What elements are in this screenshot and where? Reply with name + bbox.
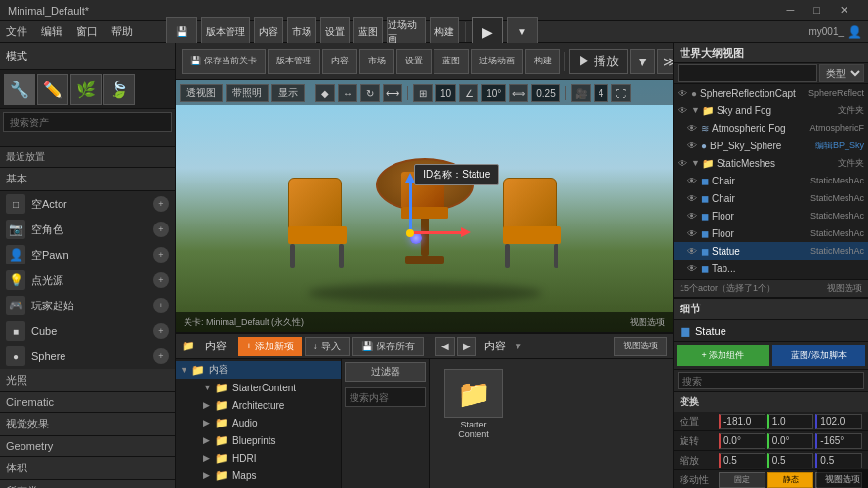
scale-x-field[interactable]: 0.5 bbox=[719, 453, 765, 468]
maximize-btn[interactable]: □ bbox=[813, 4, 820, 17]
close-btn[interactable]: ✕ bbox=[840, 4, 848, 17]
expand-btn[interactable]: ≫ bbox=[657, 49, 673, 74]
actor-item-emptyactor[interactable]: □ 空Actor + bbox=[0, 191, 175, 217]
rot-z-field[interactable]: -165° bbox=[815, 433, 862, 449]
tree-item-maps[interactable]: ▶ 📁 Maps bbox=[176, 467, 341, 484]
filters-btn[interactable]: 过滤器 bbox=[345, 362, 426, 382]
tree-item-starter[interactable]: ▼ 📁 StarterContent bbox=[187, 379, 341, 396]
section-geometry[interactable]: Geometry bbox=[0, 436, 175, 457]
grid-snap-btn[interactable]: ⊞ bbox=[413, 84, 433, 102]
viewport-view-options[interactable]: 视图选项 bbox=[630, 316, 665, 329]
perspective-btn[interactable]: 透视图 bbox=[180, 84, 223, 102]
select-tool-btn[interactable]: ◆ bbox=[315, 84, 335, 102]
eye-icon-5[interactable]: 👁 bbox=[687, 176, 697, 186]
outliner-item-sky-fog[interactable]: 👁 ▼ 📁 Sky and Fog 文件夹 bbox=[674, 102, 868, 119]
details-search-input[interactable] bbox=[678, 372, 864, 389]
actor-item-light[interactable]: 💡 点光源 + bbox=[0, 267, 175, 293]
camera-speed-icon[interactable]: 🎥 bbox=[571, 84, 591, 102]
eye-icon-1[interactable]: 👁 bbox=[678, 105, 687, 116]
eye-icon-8[interactable]: 👁 bbox=[687, 228, 697, 239]
pos-z-field[interactable]: 102.0 bbox=[815, 414, 862, 429]
menu-window[interactable]: 窗口 bbox=[76, 24, 98, 39]
market-main-btn[interactable]: 市场 bbox=[359, 49, 394, 74]
eye-icon-7[interactable]: 👁 bbox=[687, 211, 697, 222]
section-cinematic[interactable]: Cinematic bbox=[0, 392, 175, 413]
eye-icon-3[interactable]: 👁 bbox=[687, 141, 697, 151]
actor-type-foliage[interactable]: 🌿 bbox=[70, 74, 102, 105]
cb-search-input[interactable] bbox=[345, 387, 426, 407]
settings-main-btn[interactable]: 设置 bbox=[396, 49, 432, 74]
cinematic-main-btn[interactable]: 过场动画 bbox=[471, 49, 523, 74]
actor-item-cube[interactable]: ■ Cube + bbox=[0, 318, 175, 344]
maximize-viewport-btn[interactable]: ⛶ bbox=[611, 84, 631, 102]
outliner-view-options[interactable]: 视图选项 bbox=[827, 282, 862, 295]
section-lighting[interactable]: 光照 bbox=[0, 369, 175, 392]
actor-type-landscape[interactable]: 🍃 bbox=[103, 74, 135, 105]
tree-item-content[interactable]: ▼ 📁 内容 bbox=[176, 361, 341, 379]
cb-view-options-btn[interactable]: 视图选项 bbox=[614, 337, 667, 356]
outliner-item-floor2[interactable]: 👁 ◼ Floor StaticMeshAc bbox=[674, 224, 868, 242]
outliner-item-atmo[interactable]: 👁 ≋ Atmospheric Fog AtmosphericF bbox=[674, 119, 868, 137]
eye-icon-4[interactable]: 👁 bbox=[678, 158, 687, 169]
scale-tool-btn[interactable]: ⟷ bbox=[383, 84, 402, 102]
nav-back-btn[interactable]: ◀ bbox=[435, 337, 455, 356]
nav-forward-btn[interactable]: ▶ bbox=[457, 337, 476, 356]
actor-search-input[interactable] bbox=[3, 112, 172, 132]
play-main-btn[interactable]: ▶ 播放 bbox=[569, 49, 629, 74]
outliner-item-floor1[interactable]: 👁 ◼ Floor StaticMeshAc bbox=[674, 207, 868, 224]
content-item-starter[interactable]: 📁 StarterContent bbox=[439, 369, 508, 439]
tree-item-audio[interactable]: ▶ 📁 Audio bbox=[176, 414, 341, 431]
rot-x-field[interactable]: 0.0° bbox=[719, 433, 765, 449]
eye-icon-0[interactable]: 👁 bbox=[678, 88, 687, 99]
outliner-item-tab[interactable]: 👁 ◼ Tab... bbox=[674, 260, 868, 277]
menu-help[interactable]: 帮助 bbox=[111, 24, 133, 39]
build-main-btn[interactable]: 构建 bbox=[525, 49, 560, 74]
mobility-fixed-btn[interactable]: 固定 bbox=[719, 472, 765, 488]
eye-icon-6[interactable]: 👁 bbox=[687, 193, 697, 204]
pos-y-field[interactable]: 1.0 bbox=[767, 414, 814, 429]
more-play-btn[interactable]: ▼ bbox=[630, 49, 655, 74]
content-main-btn[interactable]: 内容 bbox=[322, 49, 357, 74]
import-btn[interactable]: ↓ 导入 bbox=[305, 337, 350, 356]
minimize-btn[interactable]: ─ bbox=[787, 4, 795, 17]
outliner-item-statue[interactable]: 👁 ◼ Statue StaticMeshAc bbox=[674, 242, 868, 260]
section-all[interactable]: 所有类 bbox=[0, 480, 175, 488]
blueprint-script-btn[interactable]: 蓝图/添加脚本 bbox=[772, 345, 865, 366]
version-mgmt-btn[interactable]: 版本管理 bbox=[268, 49, 320, 74]
angle-snap-btn[interactable]: ∠ bbox=[459, 84, 478, 102]
show-btn[interactable]: 显示 bbox=[271, 84, 305, 102]
pos-x-field[interactable]: -181.0 bbox=[719, 414, 765, 429]
outliner-item-chair1[interactable]: 👁 ◼ Chair StaticMeshAc bbox=[674, 172, 868, 189]
menu-file[interactable]: 文件 bbox=[6, 24, 27, 39]
outliner-item-sky-sphere[interactable]: 👁 ● BP_Sky_Sphere 编辑BP_Sky bbox=[674, 137, 868, 154]
scale-snap-btn[interactable]: ⟺ bbox=[509, 84, 528, 102]
rotate-tool-btn[interactable]: ↻ bbox=[360, 84, 380, 102]
tree-item-materials[interactable]: ▶ 📁 Materials bbox=[176, 484, 341, 488]
section-volume[interactable]: 体积 bbox=[0, 457, 175, 480]
actor-type-paint[interactable]: ✏️ bbox=[37, 74, 68, 105]
transform-section-header[interactable]: 变换 bbox=[674, 392, 868, 412]
eye-icon-2[interactable]: 👁 bbox=[687, 123, 697, 134]
rot-y-field[interactable]: 0.0° bbox=[767, 433, 814, 449]
save-all-btn[interactable]: 💾 保存所有 bbox=[352, 337, 424, 356]
actor-item-camera[interactable]: 📷 空角色 + bbox=[0, 217, 175, 242]
translate-tool-btn[interactable]: ↔ bbox=[338, 84, 357, 102]
actor-item-playerstart[interactable]: 🎮 玩家起始 + bbox=[0, 293, 175, 318]
eye-icon-10[interactable]: 👁 bbox=[687, 264, 697, 274]
section-basic[interactable]: 基本 bbox=[0, 168, 175, 191]
actor-item-pawn[interactable]: 👤 空Pawn + bbox=[0, 242, 175, 267]
scale-y-field[interactable]: 0.5 bbox=[767, 453, 814, 468]
tree-item-hdri[interactable]: ▶ 📁 HDRI bbox=[176, 449, 341, 467]
scale-z-field[interactable]: 0.5 bbox=[815, 453, 862, 468]
outliner-item-chair2[interactable]: 👁 ◼ Chair StaticMeshAc bbox=[674, 189, 868, 207]
lighting-btn[interactable]: 带照明 bbox=[226, 84, 269, 102]
add-component-btn[interactable]: + 添加组件 bbox=[677, 345, 769, 366]
mobility-static-btn[interactable]: 静态 bbox=[767, 472, 814, 488]
actor-type-basic[interactable]: 🔧 bbox=[4, 74, 35, 105]
save-current-btn[interactable]: 💾 保存当前关卡 bbox=[182, 49, 266, 74]
blueprint-main-btn[interactable]: 蓝图 bbox=[434, 49, 469, 74]
menu-edit[interactable]: 编辑 bbox=[41, 24, 62, 39]
add-new-btn[interactable]: + 添加新项 bbox=[238, 337, 302, 356]
outliner-item-sphere-reflect[interactable]: 👁 ● SphereReflectionCapt SphereReflect bbox=[674, 84, 868, 102]
section-visual[interactable]: 视觉效果 bbox=[0, 413, 175, 436]
